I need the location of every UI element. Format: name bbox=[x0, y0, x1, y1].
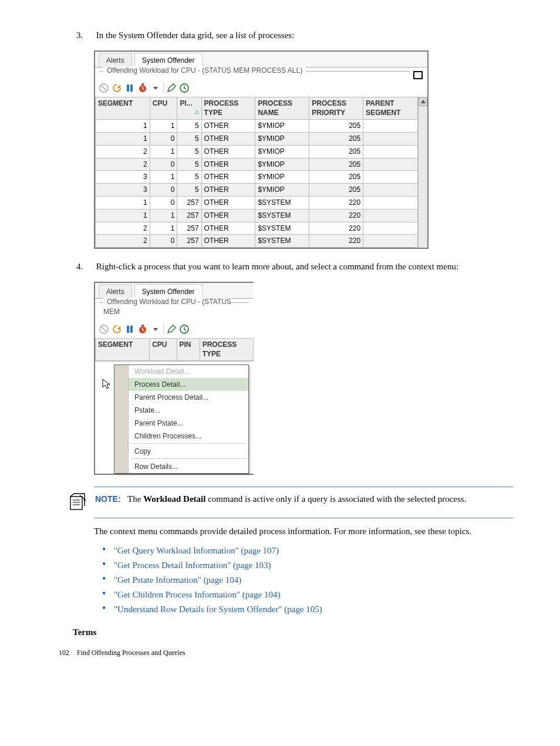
page-footer: 102 Find Offending Processes and Queries bbox=[59, 648, 513, 658]
table-row[interactable]: 305OTHER$YMIOP205 bbox=[96, 184, 418, 197]
table-cell bbox=[363, 120, 418, 133]
note-block: NOTE: The Workload Detail command is act… bbox=[94, 487, 513, 518]
tab-alerts[interactable]: Alerts bbox=[99, 53, 132, 67]
tab-alerts-2[interactable]: Alerts bbox=[99, 284, 132, 298]
topic-link[interactable]: "Get Pstate Information" (page 104) bbox=[114, 575, 241, 585]
column-header[interactable]: PARENTSEGMENT bbox=[363, 97, 418, 120]
table-cell: 5 bbox=[177, 132, 201, 145]
table-cell: 1 bbox=[150, 171, 177, 184]
table-cell: 5 bbox=[177, 120, 201, 133]
table-cell: $YMIOP bbox=[255, 158, 309, 171]
menu-item[interactable]: Row Details... bbox=[114, 460, 248, 473]
scroll-up-icon[interactable] bbox=[419, 97, 427, 106]
table-cell: 5 bbox=[177, 184, 201, 197]
column-header[interactable]: SEGMENT bbox=[96, 97, 150, 120]
column-header[interactable]: PROCESSNAME bbox=[255, 97, 309, 120]
menu-item[interactable]: Parent Process Detail... bbox=[114, 391, 248, 404]
timer-icon[interactable] bbox=[137, 83, 148, 93]
menu-item-label: Parent Pstate... bbox=[129, 418, 189, 428]
table-row[interactable]: 20257OTHER$SYSTEM220 bbox=[96, 235, 418, 248]
topic-link[interactable]: "Get Query Workload Information" (page 1… bbox=[114, 546, 279, 555]
stop-icon[interactable] bbox=[99, 324, 109, 335]
table-cell: 0 bbox=[150, 196, 177, 209]
table-cell: OTHER bbox=[201, 209, 255, 222]
column-header[interactable]: PIN bbox=[177, 338, 200, 361]
pause-icon[interactable] bbox=[124, 324, 135, 335]
stop-icon[interactable] bbox=[99, 83, 109, 93]
table-cell: $SYSTEM bbox=[255, 222, 309, 235]
column-header[interactable]: CPU bbox=[150, 338, 177, 361]
table-cell: OTHER bbox=[201, 222, 255, 235]
table-row[interactable]: 215OTHER$YMIOP205 bbox=[96, 145, 418, 158]
table-cell: OTHER bbox=[201, 158, 255, 171]
svg-rect-2 bbox=[127, 85, 129, 92]
table-row[interactable]: 105OTHER$YMIOP205 bbox=[96, 132, 418, 145]
menu-item[interactable]: Pstate... bbox=[114, 404, 248, 417]
table-cell: 5 bbox=[177, 145, 201, 158]
table-row[interactable]: 11257OTHER$SYSTEM220 bbox=[96, 209, 418, 222]
table-cell: $SYSTEM bbox=[255, 196, 309, 209]
topic-link[interactable]: "Get Process Detail Information" (page 1… bbox=[114, 561, 271, 570]
tab-system-offender[interactable]: System Offender bbox=[134, 53, 203, 67]
column-header[interactable]: PROCESSTYPE bbox=[200, 338, 253, 361]
table-cell: $YMIOP bbox=[255, 145, 309, 158]
table-cell: $SYSTEM bbox=[255, 235, 309, 248]
table-cell: $YMIOP bbox=[255, 132, 309, 145]
process-grid-2[interactable]: SEGMENTCPUPINPROCESSTYPE bbox=[95, 338, 254, 362]
table-cell: 1 bbox=[150, 120, 177, 133]
menu-item-label: Parent Process Detail... bbox=[129, 393, 214, 403]
dropdown-icon[interactable] bbox=[150, 324, 161, 335]
table-row[interactable]: 115OTHER$YMIOP205 bbox=[96, 120, 418, 133]
terms-heading: Terms bbox=[73, 626, 513, 639]
table-cell: 2 bbox=[96, 222, 150, 235]
column-header[interactable]: CPU bbox=[150, 97, 177, 120]
vertical-scrollbar[interactable] bbox=[418, 97, 427, 248]
column-header[interactable]: PROCESSPRIORITY bbox=[309, 97, 363, 120]
table-cell: OTHER bbox=[201, 235, 255, 248]
refresh-icon[interactable] bbox=[112, 324, 122, 335]
menu-item[interactable]: Parent Pstate... bbox=[114, 417, 248, 430]
menu-item-label: Children Processes... bbox=[129, 431, 207, 441]
menu-separator bbox=[114, 458, 248, 460]
clock-icon[interactable] bbox=[179, 324, 190, 335]
cursor-icon bbox=[102, 378, 112, 390]
timer-icon[interactable] bbox=[137, 324, 148, 335]
pencil-icon[interactable] bbox=[166, 324, 177, 335]
column-header[interactable]: PROCESSTYPE bbox=[201, 97, 255, 120]
table-cell: OTHER bbox=[201, 145, 255, 158]
column-header[interactable]: SEGMENT bbox=[96, 338, 150, 361]
table-row[interactable]: 10257OTHER$SYSTEM220 bbox=[96, 196, 418, 209]
topic-link[interactable]: "Get Children Process Information" (page… bbox=[114, 590, 280, 599]
table-cell: 257 bbox=[177, 209, 201, 222]
clock-icon[interactable] bbox=[179, 83, 190, 93]
menu-item-label: Workload Detail... bbox=[129, 367, 195, 377]
column-header[interactable]: PI...△ bbox=[177, 97, 201, 120]
table-cell: 0 bbox=[150, 132, 177, 145]
refresh-icon[interactable] bbox=[112, 83, 122, 93]
process-grid[interactable]: SEGMENTCPUPI...△PROCESSTYPEPROCESSNAMEPR… bbox=[95, 97, 418, 248]
table-row[interactable]: 315OTHER$YMIOP205 bbox=[96, 171, 418, 184]
table-cell: OTHER bbox=[201, 120, 255, 133]
table-cell bbox=[363, 132, 418, 145]
note-bold: Workload Detail bbox=[143, 494, 205, 504]
dropdown-icon[interactable] bbox=[150, 83, 161, 93]
topic-link[interactable]: "Understand Row Details for System Offen… bbox=[114, 605, 322, 614]
table-row[interactable]: 205OTHER$YMIOP205 bbox=[96, 158, 418, 171]
menu-item[interactable]: Process Detail... bbox=[114, 378, 248, 391]
table-cell bbox=[363, 235, 418, 248]
table-cell: 257 bbox=[177, 235, 201, 248]
tab-system-offender-2[interactable]: System Offender bbox=[134, 284, 203, 298]
table-row[interactable]: 21257OTHER$SYSTEM220 bbox=[96, 222, 418, 235]
maximize-icon[interactable] bbox=[413, 71, 423, 79]
table-cell: 2 bbox=[96, 235, 150, 248]
svg-rect-10 bbox=[130, 326, 133, 333]
menu-item[interactable]: Children Processes... bbox=[114, 430, 248, 443]
pause-icon[interactable] bbox=[124, 83, 135, 93]
table-cell: 205 bbox=[309, 120, 363, 133]
table-cell: 5 bbox=[177, 171, 201, 184]
table-cell: 257 bbox=[177, 196, 201, 209]
table-cell: 220 bbox=[309, 222, 363, 235]
pencil-icon[interactable] bbox=[166, 83, 177, 93]
menu-item[interactable]: Copy bbox=[114, 445, 248, 458]
context-menu: Workload Detail...Process Detail...Paren… bbox=[114, 364, 249, 474]
